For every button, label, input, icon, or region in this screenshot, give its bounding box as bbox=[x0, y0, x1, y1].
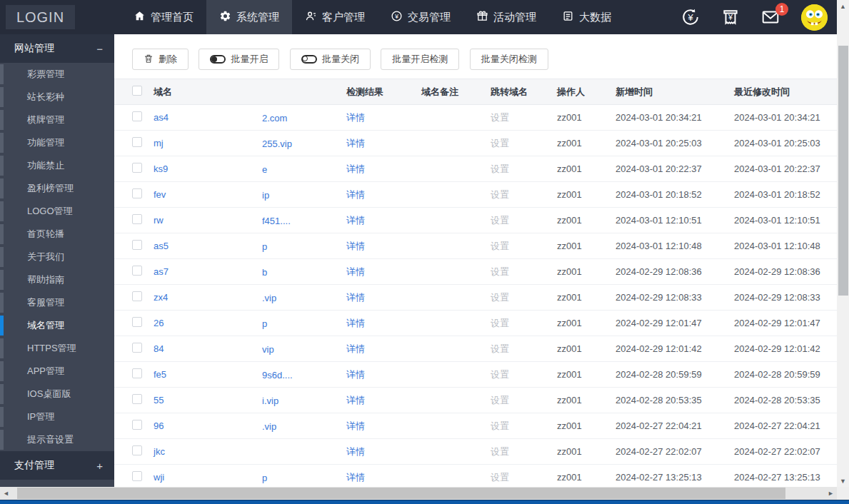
redirect-set-link[interactable]: 设置 bbox=[491, 394, 557, 407]
domain-cell[interactable]: 96 .vip bbox=[154, 413, 346, 438]
detail-link[interactable]: 详情 bbox=[346, 472, 365, 483]
detail-link[interactable]: 详情 bbox=[346, 395, 365, 405]
detail-link[interactable]: 详情 bbox=[346, 292, 365, 303]
detail-link[interactable]: 详情 bbox=[346, 369, 365, 380]
domain-cell[interactable]: zx4 .vip bbox=[154, 285, 346, 310]
scroll-left-arrow[interactable]: ◄ bbox=[0, 487, 12, 500]
row-checkbox[interactable] bbox=[132, 420, 142, 430]
vertical-scrollbar[interactable]: ▲ ▼ bbox=[837, 0, 849, 487]
refund-yen-icon[interactable]: ¥ bbox=[681, 8, 700, 26]
scroll-right-arrow[interactable]: ► bbox=[825, 487, 837, 500]
detail-link[interactable]: 详情 bbox=[346, 266, 365, 277]
nav-item-system[interactable]: 系统管理 bbox=[206, 0, 292, 34]
avatar[interactable] bbox=[801, 4, 828, 31]
domain-cell[interactable]: wji p bbox=[154, 465, 346, 487]
detail-link[interactable]: 详情 bbox=[346, 112, 365, 123]
detail-link[interactable]: 详情 bbox=[346, 163, 365, 174]
redirect-set-link[interactable]: 设置 bbox=[491, 240, 557, 253]
sidebar-item[interactable]: 首页轮播 bbox=[0, 223, 114, 246]
row-checkbox[interactable] bbox=[132, 317, 142, 327]
domain-cell[interactable]: 26 p bbox=[154, 311, 346, 336]
domain-cell[interactable]: fe5 9s6d.... bbox=[154, 362, 346, 387]
nav-item-activity[interactable]: 活动管理 bbox=[463, 0, 549, 34]
nav-item-trade[interactable]: ¥ 交易管理 bbox=[378, 0, 463, 34]
domain-cell[interactable]: mj 255.vip bbox=[154, 131, 346, 156]
batch-enable-check-button[interactable]: 批量开启检测 bbox=[381, 49, 459, 70]
batch-disable-button[interactable]: 批量关闭 bbox=[290, 49, 371, 70]
domain-cell[interactable]: fev ip bbox=[154, 182, 346, 207]
redirect-set-link[interactable]: 设置 bbox=[491, 266, 557, 278]
sidebar-item[interactable]: 盈利榜管理 bbox=[0, 177, 114, 200]
domain-cell[interactable]: as5 p bbox=[154, 233, 346, 258]
detail-link[interactable]: 详情 bbox=[346, 215, 365, 226]
redirect-set-link[interactable]: 设置 bbox=[491, 343, 557, 356]
redirect-set-link[interactable]: 设置 bbox=[491, 137, 557, 150]
nav-item-customer[interactable]: 客户管理 bbox=[292, 0, 378, 34]
row-checkbox[interactable] bbox=[132, 163, 142, 173]
horizontal-scrollbar[interactable]: ◄ ► bbox=[0, 487, 849, 500]
sidebar-item[interactable]: IP管理 bbox=[0, 405, 114, 428]
sidebar-item[interactable]: 彩票管理 bbox=[0, 63, 114, 86]
nav-item-bigdata[interactable]: 大数据 bbox=[549, 0, 624, 34]
redirect-set-link[interactable]: 设置 bbox=[491, 188, 557, 201]
redirect-set-link[interactable]: 设置 bbox=[491, 420, 557, 433]
domain-cell[interactable]: 84 vip bbox=[154, 336, 346, 361]
sidebar-item[interactable]: 功能禁止 bbox=[0, 154, 114, 177]
domain-cell[interactable]: rw f451.... bbox=[154, 208, 346, 233]
nav-item-home[interactable]: 管理首页 bbox=[121, 0, 206, 34]
row-checkbox[interactable] bbox=[132, 291, 142, 301]
redirect-set-link[interactable]: 设置 bbox=[491, 368, 557, 381]
sidebar-item[interactable]: 站长彩种 bbox=[0, 86, 114, 109]
row-checkbox[interactable] bbox=[132, 394, 142, 404]
row-checkbox[interactable] bbox=[132, 188, 142, 198]
sidebar-item[interactable]: 提示音设置 bbox=[0, 428, 114, 451]
detail-link[interactable]: 详情 bbox=[346, 138, 365, 148]
message-icon[interactable]: 1 bbox=[761, 8, 780, 26]
detail-link[interactable]: 详情 bbox=[346, 446, 365, 457]
domain-cell[interactable]: 55 i.vip bbox=[154, 388, 346, 413]
detail-link[interactable]: 详情 bbox=[346, 343, 365, 354]
row-checkbox[interactable] bbox=[132, 111, 142, 121]
sidebar-section-website[interactable]: 网站管理 − bbox=[0, 34, 114, 63]
row-checkbox[interactable] bbox=[132, 368, 142, 378]
redirect-set-link[interactable]: 设置 bbox=[491, 471, 557, 484]
batch-disable-check-button[interactable]: 批量关闭检测 bbox=[470, 49, 548, 70]
scroll-up-arrow[interactable]: ▲ bbox=[837, 0, 849, 12]
sidebar-item[interactable]: 帮助指南 bbox=[0, 268, 114, 291]
sidebar-item[interactable]: 客服管理 bbox=[0, 291, 114, 314]
select-all-checkbox[interactable] bbox=[132, 86, 142, 96]
row-checkbox[interactable] bbox=[132, 214, 142, 224]
sidebar-item[interactable]: 棋牌管理 bbox=[0, 109, 114, 131]
redirect-set-link[interactable]: 设置 bbox=[491, 445, 557, 458]
domain-cell[interactable]: as4 2.com bbox=[154, 105, 346, 130]
sidebar-item[interactable]: 功能管理 bbox=[0, 131, 114, 154]
redirect-set-link[interactable]: 设置 bbox=[491, 163, 557, 176]
sidebar-item[interactable]: IOS桌面版 bbox=[0, 383, 114, 405]
row-checkbox[interactable] bbox=[132, 240, 142, 250]
sidebar-item-domain-management[interactable]: 域名管理 bbox=[0, 314, 114, 337]
sidebar-section-payment[interactable]: 支付管理 + bbox=[0, 451, 114, 480]
detail-link[interactable]: 详情 bbox=[346, 189, 365, 200]
detail-link[interactable]: 详情 bbox=[346, 318, 365, 328]
sidebar-item[interactable]: APP管理 bbox=[0, 360, 114, 383]
redirect-set-link[interactable]: 设置 bbox=[491, 291, 557, 304]
redirect-set-link[interactable]: 设置 bbox=[491, 214, 557, 227]
row-checkbox[interactable] bbox=[132, 471, 142, 481]
sidebar-item[interactable]: 关于我们 bbox=[0, 246, 114, 268]
delete-button[interactable]: 删除 bbox=[132, 49, 189, 70]
row-checkbox[interactable] bbox=[132, 137, 142, 147]
scroll-down-arrow[interactable]: ▼ bbox=[837, 475, 849, 487]
redirect-set-link[interactable]: 设置 bbox=[491, 111, 557, 124]
row-checkbox[interactable] bbox=[132, 266, 142, 276]
row-checkbox[interactable] bbox=[132, 445, 142, 455]
vertical-scrollbar-thumb[interactable] bbox=[838, 46, 848, 296]
receipt-yen-icon[interactable]: ¥ bbox=[721, 8, 740, 26]
domain-cell[interactable]: ks9 e bbox=[154, 156, 346, 181]
domain-cell[interactable]: jkc bbox=[154, 439, 346, 464]
domain-cell[interactable]: as7 b bbox=[154, 259, 346, 284]
row-checkbox[interactable] bbox=[132, 343, 142, 353]
redirect-set-link[interactable]: 设置 bbox=[491, 317, 557, 330]
sidebar-item[interactable]: LOGO管理 bbox=[0, 200, 114, 223]
detail-link[interactable]: 详情 bbox=[346, 241, 365, 251]
detail-link[interactable]: 详情 bbox=[346, 420, 365, 431]
